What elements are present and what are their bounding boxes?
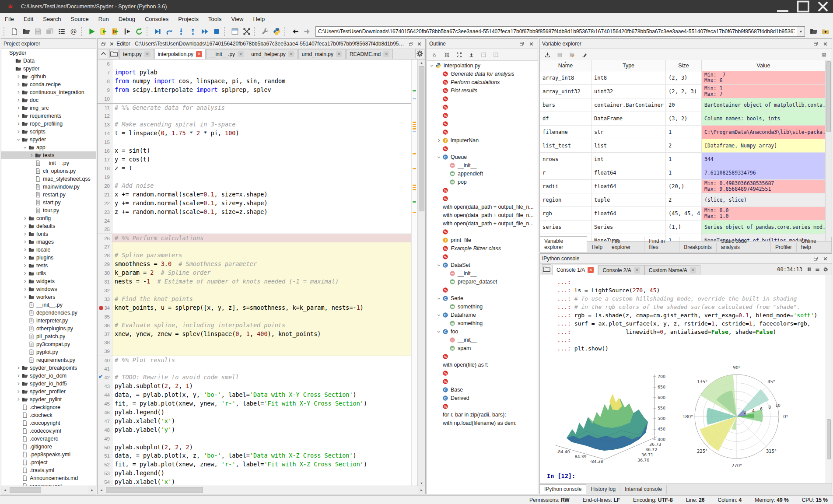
variable-value[interactable]: C:\ProgramData\Anaconda3\lib\site-packa.…	[702, 126, 826, 139]
varexp-eraser-button[interactable]	[580, 51, 588, 59]
outline-item-spam[interactable]: mspam	[427, 344, 538, 352]
editor-tab-umd_main.py[interactable]: umd_main.py✕	[298, 49, 346, 59]
scroll-thumb[interactable]	[106, 487, 203, 493]
tree-item-windows[interactable]: windows	[1, 285, 96, 293]
outline-hand-button[interactable]	[430, 51, 439, 59]
project-hscrollbar[interactable]: ◂▸	[1, 486, 96, 494]
tree-item-Spyder[interactable]: Spyder	[1, 49, 96, 57]
bottom-tab-internal-console[interactable]: Internal console	[620, 485, 667, 494]
pane-tab-help[interactable]: Help	[587, 243, 607, 252]
variable-row-r[interactable]: rfloat6417.611082589334796	[540, 166, 826, 180]
tree-item-cli_options.py[interactable]: cli_options.py	[1, 167, 96, 175]
chevron-right-icon[interactable]	[28, 153, 34, 158]
tree-item-continuous_integration[interactable]: continuous_integration	[1, 88, 96, 96]
chevron-down-icon[interactable]	[22, 145, 28, 150]
variable-value[interactable]: BarContainer object of matplotlib.conta.…	[702, 98, 826, 112]
tree-item-app[interactable]: app	[1, 144, 96, 151]
varexp-save-button[interactable]	[556, 51, 564, 59]
tree-item-spyder[interactable]: spyder	[1, 65, 96, 73]
chevron-right-icon[interactable]	[15, 366, 21, 370]
scroll-flag[interactable]	[413, 90, 416, 91]
tree-item-pyplot.py[interactable]: pyplot.py	[1, 348, 96, 356]
variable-row-df[interactable]: dfDataFrame(3, 2)Column names: bools, in…	[540, 112, 826, 126]
outline-item-with open(data_path + output_file_n...[interactable]: with open(data_path + output_file_n...	[427, 211, 538, 219]
outline-item-imputerNan[interactable]: fimputerNan	[427, 136, 538, 144]
editor-float-button[interactable]	[408, 40, 415, 48]
ipython-console-float-button[interactable]	[812, 255, 820, 262]
run-selection-button[interactable]	[121, 25, 133, 37]
variable-value[interactable]: Min: 0.4983036638535687Max: 9.8568489749…	[702, 180, 826, 193]
pane-tab-find-in-files[interactable]: Find in files	[644, 237, 679, 252]
forward-button[interactable]	[301, 25, 313, 37]
chevron-right-icon[interactable]	[22, 248, 28, 252]
editor-vscrollbar[interactable]: ▴▾	[417, 60, 425, 486]
outline-item-cell[interactable]: %	[427, 128, 538, 136]
scroll-flag[interactable]	[413, 128, 416, 130]
console-tab-Console-2/A[interactable]: Console 2/A✕	[598, 265, 644, 275]
column-header-name[interactable]: Name▴	[540, 60, 592, 71]
tree-item-start.py[interactable]: start.py	[1, 199, 96, 206]
varexp-save-as-button[interactable]	[568, 51, 576, 59]
menu-source[interactable]: Source	[66, 16, 94, 22]
outline-item-appendleft[interactable]: mappendleft	[427, 169, 538, 178]
editor-tab-temp.py[interactable]: temp.py✕	[119, 49, 154, 59]
chevron-down-icon[interactable]	[436, 296, 441, 301]
tree-item-widgets[interactable]: widgets	[1, 277, 96, 285]
pane-tab-profiler[interactable]: Profiler	[771, 243, 797, 252]
outline-item-foo[interactable]: Cfoo	[427, 327, 538, 336]
tree-item-pil_patch.py[interactable]: pil_patch.py	[1, 332, 96, 340]
scroll-flag[interactable]	[413, 189, 416, 190]
variable-row-region[interactable]: regiontuple2(slice, slice)	[540, 193, 826, 207]
run-cell-advance-button[interactable]	[109, 25, 121, 37]
code-editor[interactable]: 67import pylab8from numpy import cos, li…	[98, 60, 411, 486]
tree-item-img_src[interactable]: img_src	[1, 104, 96, 112]
editor-options-button[interactable]	[415, 49, 424, 58]
chevron-right-icon[interactable]	[15, 90, 21, 94]
parent-dir-button[interactable]	[819, 25, 831, 37]
pane-tab-breakpoints[interactable]: Breakpoints	[679, 243, 716, 252]
variable-row-array_uint32[interactable]: array_uint32uint32(2, 2, 3)Min: 1Max: 7	[540, 85, 826, 98]
tree-item-__init__.py[interactable]: __init__.py	[1, 301, 96, 309]
scroll-flag[interactable]	[413, 124, 416, 125]
step-into-button[interactable]	[175, 25, 187, 37]
tree-item-.ciocheck[interactable]: .ciocheck	[1, 411, 96, 419]
menu-projects[interactable]: Projects	[173, 16, 203, 22]
outline-item-Example Bitzer class[interactable]: %Example Bitzer class	[427, 244, 538, 252]
variable-explorer-close-button[interactable]	[821, 40, 830, 48]
outline-item-Serie[interactable]: CSerie	[427, 294, 538, 302]
scroll-right-arrow[interactable]: ▸	[88, 486, 96, 494]
outline-item-Queue[interactable]: CQueue	[427, 153, 538, 161]
variable-value[interactable]: (slice, slice)	[702, 193, 826, 206]
vscroll-down-arrow[interactable]: ▾	[418, 480, 425, 486]
at-symbol-button[interactable]: @	[67, 25, 79, 37]
outline-item-with open(data_path + output_file_n...[interactable]: with open(data_path + output_file_n...	[427, 219, 538, 228]
scroll-thumb[interactable]	[10, 487, 41, 493]
variable-value[interactable]: Min: -7Max: 6	[702, 71, 826, 84]
tree-item-spyder_breakpoints[interactable]: spyder_breakpoints	[1, 364, 96, 372]
chevron-right-icon[interactable]	[22, 224, 28, 228]
tree-item-Data[interactable]: Data	[1, 57, 96, 65]
minimize-button[interactable]	[773, 0, 793, 13]
tree-item-interpreter.py[interactable]: interpreter.py	[1, 317, 96, 325]
tree-item-py3compat.py[interactable]: py3compat.py	[1, 340, 96, 348]
scroll-flag[interactable]	[413, 212, 416, 213]
file-switcher-button[interactable]	[56, 25, 67, 37]
chevron-right-icon[interactable]	[15, 74, 21, 79]
back-button[interactable]	[289, 25, 301, 37]
vscroll-up-arrow[interactable]: ▴	[418, 60, 425, 66]
variable-row-radii[interactable]: radiifloat64(20,)Min: 0.4983036638535687…	[540, 180, 826, 193]
editor-tab-README.md[interactable]: README.md✕	[346, 49, 393, 59]
menu-run[interactable]: Run	[94, 16, 114, 22]
outline-item-cell[interactable]: %	[427, 119, 538, 128]
outline-close-button[interactable]	[527, 40, 536, 48]
variable-row-array_int8[interactable]: array_int8int8(2, 3)Min: -7Max: 6	[540, 71, 826, 85]
menu-view[interactable]: View	[226, 16, 248, 22]
max-pane-button[interactable]	[229, 25, 241, 37]
outline-item-prepare_dataset[interactable]: mprepare_dataset	[427, 277, 538, 286]
chevron-right-icon[interactable]	[22, 271, 28, 276]
outline-item-cell[interactable]: %	[427, 94, 538, 103]
chevron-down-icon[interactable]	[429, 63, 434, 68]
tree-item-spyder_io_hdf5[interactable]: spyder_io_hdf5	[1, 380, 96, 388]
continue-button[interactable]	[199, 25, 210, 37]
chevron-down-icon[interactable]	[436, 155, 441, 159]
